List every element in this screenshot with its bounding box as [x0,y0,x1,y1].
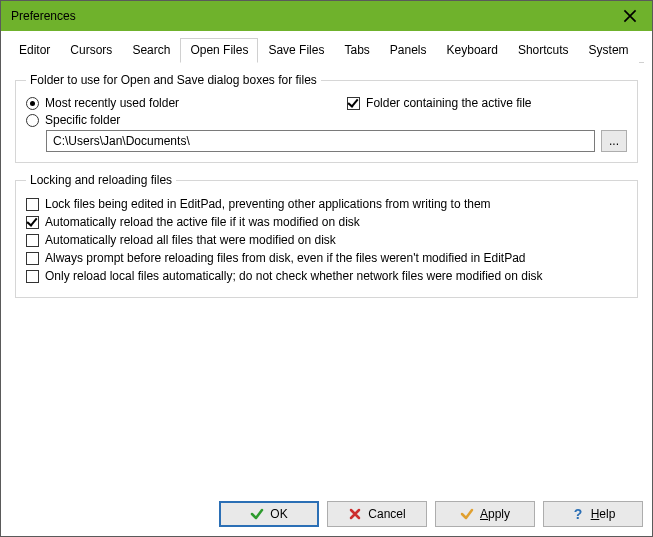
tab-panels[interactable]: Panels [380,38,437,63]
check-active-file-folder-label: Folder containing the active file [366,96,531,110]
tab-save-files[interactable]: Save Files [258,38,334,63]
tab-panel-open-files: Folder to use for Open and Save dialog b… [9,63,644,314]
tab-shortcuts[interactable]: Shortcuts [508,38,579,63]
x-icon [348,507,362,521]
check-auto-reload-all-label: Automatically reload all files that were… [45,233,336,247]
check-local-only-label: Only reload local files automatically; d… [45,269,543,283]
check-auto-reload-active[interactable] [26,216,39,229]
radio-specific[interactable] [26,114,39,127]
tab-cursors[interactable]: Cursors [60,38,122,63]
help-button-label: Help [591,507,616,521]
browse-button-label: ... [609,135,619,147]
check-local-only[interactable] [26,270,39,283]
folder-legend: Folder to use for Open and Save dialog b… [26,73,321,87]
check-always-prompt-label: Always prompt before reloading files fro… [45,251,526,265]
locking-groupbox: Locking and reloading files Lock files b… [15,173,638,298]
radio-mru[interactable] [26,97,39,110]
apply-button-label: Apply [480,507,510,521]
ok-button[interactable]: OK [219,501,319,527]
check-auto-reload-active-label: Automatically reload the active file if … [45,215,360,229]
question-icon: ? [571,507,585,521]
cancel-button-label: Cancel [368,507,405,521]
check-lock-files[interactable] [26,198,39,211]
close-button[interactable] [607,1,652,31]
tab-tabs[interactable]: Tabs [334,38,379,63]
svg-text:?: ? [573,507,582,521]
check-icon [250,507,264,521]
browse-button[interactable]: ... [601,130,627,152]
check-always-prompt[interactable] [26,252,39,265]
ok-button-label: OK [270,507,287,521]
cancel-button[interactable]: Cancel [327,501,427,527]
specific-folder-input[interactable] [46,130,595,152]
help-button[interactable]: ? Help [543,501,643,527]
tab-open-files[interactable]: Open Files [180,38,258,63]
check-lock-files-label: Lock files being edited in EditPad, prev… [45,197,491,211]
window-title: Preferences [11,9,607,23]
check-icon [460,507,474,521]
locking-legend: Locking and reloading files [26,173,176,187]
check-active-file-folder[interactable] [347,97,360,110]
titlebar: Preferences [1,1,652,31]
radio-specific-label: Specific folder [45,113,120,127]
folder-groupbox: Folder to use for Open and Save dialog b… [15,73,638,163]
close-icon [623,9,637,23]
apply-button[interactable]: Apply [435,501,535,527]
check-auto-reload-all[interactable] [26,234,39,247]
tab-strip: EditorCursorsSearchOpen FilesSave FilesT… [9,37,644,63]
content-area: EditorCursorsSearchOpen FilesSave FilesT… [1,31,652,314]
tab-keyboard[interactable]: Keyboard [437,38,508,63]
tab-system[interactable]: System [579,38,639,63]
radio-mru-label: Most recently used folder [45,96,179,110]
tab-search[interactable]: Search [122,38,180,63]
button-bar: OK Cancel Apply ? Help [219,501,643,527]
tab-editor[interactable]: Editor [9,38,60,63]
